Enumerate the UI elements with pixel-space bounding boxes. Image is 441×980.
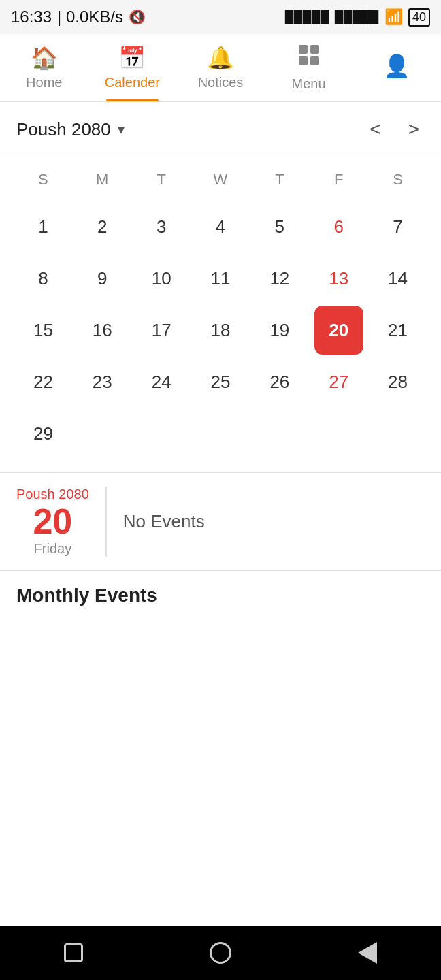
day-header-thu: T: [250, 164, 309, 195]
mute-icon: 🔇: [129, 9, 146, 25]
selected-date-section: Poush 2080 20 Friday No Events: [0, 473, 441, 571]
status-bar: 16:33 | 0.0KB/s 🔇 ▉▉▉▉▉ ▉▉▉▉▉ 📶 40: [0, 0, 441, 34]
dropdown-arrow-icon: ▾: [118, 121, 125, 137]
calendar-days: 1234567891011121314151617181920212223242…: [14, 202, 427, 458]
day-header-sun: S: [14, 164, 73, 195]
day-cell-13[interactable]: 13: [309, 254, 368, 303]
monthly-events-title: Monthly Events: [16, 585, 425, 606]
day-cell-23[interactable]: 23: [73, 357, 132, 406]
back-button-icon: [358, 942, 377, 964]
signal1-icon: ▉▉▉▉▉: [285, 10, 329, 24]
day-cell-5[interactable]: 5: [250, 202, 309, 251]
system-nav-recent[interactable]: [56, 936, 91, 970]
nav-label-calendar: Calender: [105, 75, 160, 91]
day-cell-6[interactable]: 6: [309, 202, 368, 251]
month-selector[interactable]: Poush 2080 ▾: [16, 119, 125, 140]
selected-month-year: Poush 2080: [16, 487, 89, 502]
day-cell-9[interactable]: 9: [73, 254, 132, 303]
day-cell-24[interactable]: 24: [132, 357, 191, 406]
svg-rect-2: [299, 56, 308, 65]
app-nav-bar: 🏠 Home 📅 Calender 🔔 Notices Menu 👤: [0, 34, 441, 102]
nav-item-home[interactable]: 🏠 Home: [0, 34, 88, 101]
next-month-button[interactable]: >: [403, 116, 425, 143]
day-cell-12[interactable]: 12: [250, 254, 309, 303]
day-cell-22[interactable]: 22: [14, 357, 73, 406]
nav-label-menu: Menu: [292, 76, 326, 92]
no-events-text: No Events: [123, 511, 205, 532]
day-header-sat: S: [368, 164, 427, 195]
nav-label-notices: Notices: [198, 75, 244, 91]
day-cell-2[interactable]: 2: [73, 202, 132, 251]
day-cell-18[interactable]: 18: [191, 306, 250, 355]
day-cell-20[interactable]: 20: [314, 306, 363, 355]
day-cell-16[interactable]: 16: [73, 306, 132, 355]
system-nav-home[interactable]: [203, 936, 238, 970]
day-cell-8[interactable]: 8: [14, 254, 73, 303]
selected-date-left: Poush 2080 20 Friday: [16, 487, 107, 557]
status-network: | 0.0KB/s: [57, 7, 123, 27]
selected-weekday: Friday: [16, 541, 89, 557]
selected-day-num: 20: [16, 502, 89, 541]
day-cell-27[interactable]: 27: [309, 357, 368, 406]
day-headers: S M T W T F S: [14, 164, 427, 195]
calendar-grid: S M T W T F S 12345678910111213141516171…: [0, 157, 441, 472]
day-header-tue: T: [132, 164, 191, 195]
wifi-icon: 📶: [385, 8, 403, 26]
day-cell-21[interactable]: 21: [368, 306, 427, 355]
nav-item-profile[interactable]: 👤: [353, 34, 441, 101]
profile-icon: 👤: [383, 53, 410, 79]
day-cell-29[interactable]: 29: [14, 409, 73, 458]
day-cell-10[interactable]: 10: [132, 254, 191, 303]
day-header-fri: F: [309, 164, 368, 195]
nav-item-calendar[interactable]: 📅 Calender: [88, 34, 177, 101]
status-left: 16:33 | 0.0KB/s 🔇: [11, 7, 146, 27]
calendar-icon: 📅: [118, 45, 146, 71]
day-cell-17[interactable]: 17: [132, 306, 191, 355]
day-cell-25[interactable]: 25: [191, 357, 250, 406]
calendar-header: Poush 2080 ▾ < >: [0, 102, 441, 157]
system-nav-bar: [0, 926, 441, 980]
svg-rect-1: [310, 45, 319, 54]
recent-apps-icon: [64, 943, 83, 962]
home-icon: 🏠: [31, 45, 58, 71]
day-cell-15[interactable]: 15: [14, 306, 73, 355]
nav-item-menu[interactable]: Menu: [265, 34, 353, 101]
day-cell-7[interactable]: 7: [368, 202, 427, 251]
status-time: 16:33: [11, 7, 52, 27]
menu-icon: [297, 44, 321, 72]
svg-rect-0: [299, 45, 308, 54]
day-cell-1[interactable]: 1: [14, 202, 73, 251]
home-button-icon: [210, 942, 231, 964]
calendar-nav-arrows: < >: [364, 116, 425, 143]
day-cell-3[interactable]: 3: [132, 202, 191, 251]
day-cell-19[interactable]: 19: [250, 306, 309, 355]
status-right: ▉▉▉▉▉ ▉▉▉▉▉ 📶 40: [285, 8, 430, 27]
day-cell-28[interactable]: 28: [368, 357, 427, 406]
month-year-label: Poush 2080: [16, 119, 111, 140]
bell-icon: 🔔: [207, 45, 234, 71]
nav-label-home: Home: [26, 75, 62, 91]
prev-month-button[interactable]: <: [364, 116, 386, 143]
nav-item-notices[interactable]: 🔔 Notices: [176, 34, 265, 101]
day-cell-14[interactable]: 14: [368, 254, 427, 303]
day-cell-11[interactable]: 11: [191, 254, 250, 303]
system-nav-back[interactable]: [350, 936, 385, 970]
day-header-wed: W: [191, 164, 250, 195]
battery-icon: 40: [408, 8, 430, 27]
day-cell-4[interactable]: 4: [191, 202, 250, 251]
svg-rect-3: [310, 56, 319, 65]
signal2-icon: ▉▉▉▉▉: [335, 10, 379, 24]
day-cell-26[interactable]: 26: [250, 357, 309, 406]
monthly-events-section: Monthly Events: [0, 571, 441, 620]
day-header-mon: M: [73, 164, 132, 195]
